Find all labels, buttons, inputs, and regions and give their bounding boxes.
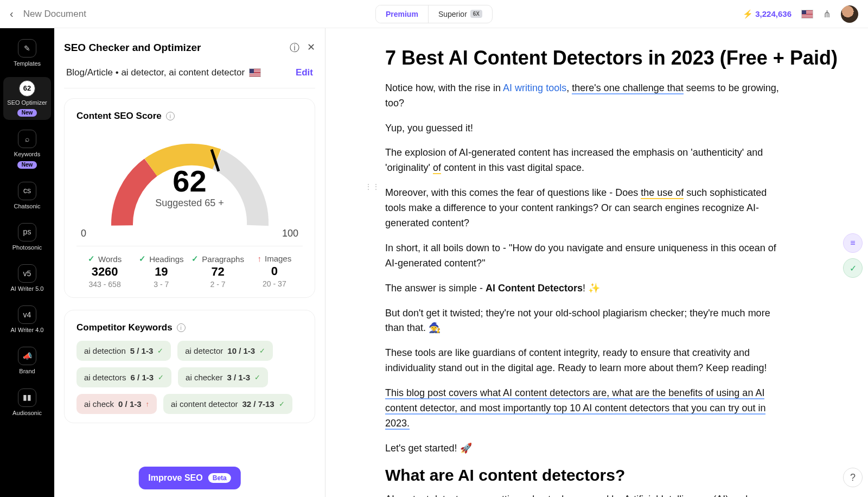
doc-p9[interactable]: This blog post covers what AI content de… (385, 386, 787, 431)
keyword-chip[interactable]: ai detectors 6 / 1-3✓ (76, 367, 171, 387)
keyword-chip[interactable]: ai check 0 / 1-3↑ (76, 394, 157, 414)
sidebar-item-aiw4[interactable]: v4 AI Writer 4.0 (3, 302, 51, 337)
sidebar-item-aiw5[interactable]: v5 AI Writer 5.0 (3, 261, 51, 296)
gauge-max: 100 (282, 228, 298, 239)
sidebar-label-aiw4: AI Writer 4.0 (11, 327, 44, 334)
sidebar-item-chatsonic[interactable]: cs Chatsonic (3, 179, 51, 213)
document-editor[interactable]: ⋮⋮ 7 Best AI Content Detectors in 2023 (… (326, 28, 868, 497)
doc-p5[interactable]: In short, it all boils down to - "How do… (385, 241, 787, 271)
fab-check-icon[interactable]: ✓ (843, 258, 863, 278)
check-icon: ✓ (139, 254, 146, 264)
tab-superior-label: Superior (438, 10, 467, 18)
doc-p8[interactable]: These tools are like guardians of conten… (385, 346, 787, 376)
sidebar-item-brand[interactable]: 📣 Brand (3, 343, 51, 378)
edit-button[interactable]: Edit (296, 67, 313, 78)
sidebar-label-brand: Brand (19, 368, 35, 375)
doc-p6[interactable]: The answer is simple - AI Content Detect… (385, 281, 787, 296)
kw-term: ai detector (185, 346, 223, 355)
doc-p7[interactable]: But don't get it twisted; they're not yo… (385, 306, 787, 336)
stat-images: ↑Images 0 20 - 37 (246, 254, 303, 289)
keyword-chip[interactable]: ai content detector 32 / 7-13✓ (163, 394, 292, 414)
check-icon: ✓ (259, 347, 265, 355)
stat-images-range: 20 - 37 (246, 279, 303, 288)
sidebar-item-keywords[interactable]: ⌕ Keywords New (3, 126, 51, 171)
chatsonic-icon: cs (18, 182, 36, 200)
new-badge-keywords: New (17, 161, 37, 169)
locale-flag[interactable] (801, 10, 813, 18)
help-fab-icon[interactable]: ? (843, 468, 863, 487)
stat-paragraphs-range: 2 - 7 (190, 280, 246, 289)
doc-h2[interactable]: What are AI content detectors? (385, 466, 838, 485)
info-icon[interactable]: i (177, 323, 186, 332)
sidebar: ✎ Templates 62 SEO Optimizer New ⌕ Keywo… (0, 28, 54, 497)
document-title[interactable]: New Document (23, 9, 86, 20)
score-suggested: Suggested 65 + (100, 197, 279, 209)
ai-writing-tools-link[interactable]: AI writing tools (503, 82, 566, 93)
score-title: Content SEO Score (76, 111, 162, 122)
kw-term: ai detection (84, 346, 126, 355)
keyword-chip[interactable]: ai detector 10 / 1-3✓ (177, 341, 273, 361)
panel-title: SEO Checker and Optimizer (64, 42, 201, 54)
doc-h1[interactable]: 7 Best AI Content Detectors in 2023 (Fre… (385, 46, 838, 71)
sidebar-label-keywords: Keywords (14, 151, 40, 158)
kw-term: ai check (84, 399, 114, 409)
tab-premium[interactable]: Premium (376, 5, 429, 23)
check-icon: ✓ (279, 400, 285, 408)
help-icon[interactable]: ⓘ (290, 41, 299, 54)
aiw4-icon: v4 (18, 305, 36, 324)
check-icon: ✓ (88, 254, 95, 264)
sidebar-label-aiw5: AI Writer 5.0 (11, 285, 44, 292)
info-icon[interactable]: i (166, 112, 175, 120)
stat-paragraphs-value: 72 (190, 265, 246, 279)
sidebar-item-seo-optimizer[interactable]: 62 SEO Optimizer New (3, 77, 51, 120)
stat-images-value: 0 (246, 264, 303, 278)
beta-badge: Beta (208, 473, 231, 483)
sidebar-label-audiosonic: Audiosonic (12, 410, 42, 417)
kw-term: ai checker (186, 373, 222, 382)
improve-seo-button[interactable]: Improve SEO Beta (138, 467, 241, 489)
keyword-chip[interactable]: ai checker 3 / 1-3✓ (178, 367, 268, 387)
sidebar-label-seo: SEO Optimizer (7, 99, 47, 106)
context-text: Blog/Article • ai detector, ai content d… (66, 67, 245, 78)
fab-outline-icon[interactable]: ≡ (843, 233, 863, 253)
doc-p1[interactable]: Notice how, with the rise in AI writing … (385, 81, 787, 111)
doc-p10[interactable]: Let's get started! 🚀 (385, 441, 787, 456)
doc-p4[interactable]: Moreover, with this comes the fear of qu… (385, 186, 787, 231)
up-arrow-icon: ↑ (146, 400, 150, 408)
aiw5-icon: v5 (18, 264, 36, 283)
underlined-text: there's one challenge that (572, 82, 684, 94)
sidebar-item-templates[interactable]: ✎ Templates (3, 36, 51, 71)
quality-tabs: Premium Superior 6X (375, 5, 493, 23)
kw-term: ai detectors (84, 373, 126, 382)
share-icon[interactable]: ⋔ (823, 8, 831, 20)
check-icon: ✓ (254, 373, 260, 381)
context-row: Blog/Article • ai detector, ai content d… (66, 67, 261, 78)
sidebar-item-audiosonic[interactable]: ▮▮ Audiosonic (3, 385, 51, 420)
credits-count[interactable]: ⚡ 3,224,636 (743, 9, 792, 19)
back-button[interactable]: ‹ (10, 8, 14, 20)
seo-score-badge: 62 (19, 80, 35, 97)
sidebar-label-photosonic: Photosonic (12, 244, 42, 251)
doc-p3[interactable]: The explosion of AI-generated content ha… (385, 145, 787, 176)
kw-count: 10 / 1-3 (227, 346, 255, 355)
score-value: 62 (100, 166, 279, 196)
sidebar-item-photosonic[interactable]: ps Photosonic (3, 220, 51, 254)
audiosonic-icon: ▮▮ (18, 388, 36, 407)
kw-count: 32 / 7-13 (242, 399, 274, 409)
doc-p2[interactable]: Yup, you guessed it! (385, 121, 787, 136)
kw-term: ai content detector (171, 399, 238, 409)
brand-icon: 📣 (18, 347, 36, 365)
kw-count: 0 / 1-3 (118, 399, 142, 409)
doc-p11[interactable]: AI content detectors are cutting-edge to… (385, 492, 787, 497)
keyword-chip[interactable]: ai detection 5 / 1-3✓ (76, 341, 171, 361)
seo-gauge: 62 Suggested 65 + (100, 129, 279, 238)
tab-superior[interactable]: Superior 6X (429, 5, 492, 23)
stat-words: ✓Words 3260 343 - 658 (76, 254, 133, 289)
drag-handle-icon[interactable]: ⋮⋮ (365, 182, 380, 191)
check-icon: ✓ (158, 373, 164, 381)
avatar[interactable] (841, 5, 858, 23)
close-icon[interactable]: ✕ (307, 41, 315, 54)
stat-words-value: 3260 (76, 265, 133, 279)
topbar: ‹ New Document Premium Superior 6X ⚡ 3,2… (0, 0, 868, 28)
seo-score-card: Content SEO Scorei 62 Suggested 65 + 0 1… (64, 98, 315, 298)
